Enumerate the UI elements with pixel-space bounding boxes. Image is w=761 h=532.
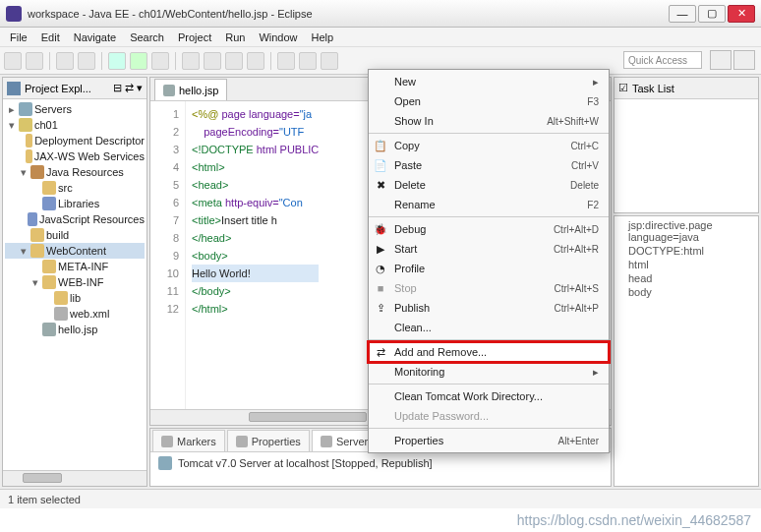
profile-icon: ◔	[373, 261, 388, 276]
menu-item-copy[interactable]: 📋CopyCtrl+C	[369, 136, 609, 155]
menu-search[interactable]: Search	[124, 30, 170, 45]
tree-node[interactable]: META-INF	[5, 259, 145, 274]
close-button[interactable]: ✕	[728, 5, 755, 23]
toolbar-button[interactable]	[4, 52, 22, 70]
menu-item-publish[interactable]: ⇪PublishCtrl+Alt+P	[369, 298, 609, 318]
addremove-icon: ⇄	[373, 344, 388, 360]
toolbar-button[interactable]	[182, 52, 200, 70]
titlebar: workspace - Java EE - ch01/WebContent/he…	[0, 0, 761, 28]
link-editor-icon[interactable]: ⇄	[125, 82, 134, 94]
toolbar-button[interactable]	[56, 52, 74, 70]
tree-node[interactable]: ▸Servers	[5, 101, 145, 117]
maximize-button[interactable]: ▢	[698, 5, 726, 23]
menu-item-show-in[interactable]: Show InAlt+Shift+W	[369, 111, 609, 131]
menu-item-open[interactable]: OpenF3	[369, 91, 609, 111]
stop-icon: ■	[373, 280, 388, 296]
debug-button[interactable]	[108, 52, 126, 70]
menu-navigate[interactable]: Navigate	[68, 30, 122, 45]
perspective-button[interactable]	[733, 50, 755, 70]
toolbar-button[interactable]	[277, 52, 295, 70]
menu-item-delete[interactable]: ✖DeleteDelete	[369, 175, 609, 195]
task-list-icon: ☑	[618, 82, 628, 94]
outline-item[interactable]: head	[618, 271, 754, 285]
minimize-button[interactable]: —	[669, 5, 696, 23]
run-icon: ▶	[373, 241, 388, 257]
tree-node[interactable]: ▾WebContent	[5, 243, 145, 259]
tree-node[interactable]: build	[5, 227, 145, 243]
menu-item-rename[interactable]: RenameF2	[369, 195, 609, 214]
server-row[interactable]: Tomcat v7.0 Server at localhost [Stopped…	[178, 457, 433, 469]
tree-node[interactable]: lib	[5, 290, 145, 306]
menu-file[interactable]: File	[4, 30, 33, 45]
view-menu-icon[interactable]: ▾	[137, 82, 143, 94]
toolbar-button[interactable]	[204, 52, 221, 70]
menu-item-stop: ■StopCtrl+Alt+S	[369, 278, 609, 298]
collapse-all-icon[interactable]: ⊟	[113, 82, 122, 94]
tree-node[interactable]: JavaScript Resources	[5, 211, 145, 227]
toolbar-button[interactable]	[225, 52, 243, 70]
tree-node[interactable]: src	[5, 180, 145, 196]
menubar: FileEditNavigateSearchProjectRunWindowHe…	[0, 28, 761, 47]
outline-content[interactable]	[615, 99, 758, 103]
menu-help[interactable]: Help	[306, 30, 340, 45]
menu-item-profile[interactable]: ◔Profile	[369, 259, 609, 278]
horizontal-scrollbar[interactable]	[3, 470, 146, 486]
context-menu[interactable]: New▸OpenF3Show InAlt+Shift+W📋CopyCtrl+C📄…	[368, 69, 610, 453]
menu-item-clean-tomcat-work-directory-[interactable]: Clean Tomcat Work Directory...	[369, 386, 609, 406]
outline-item[interactable]: body	[618, 285, 754, 299]
project-explorer-pane: Project Expl... ⊟ ⇄ ▾ ▸Servers▾ch01Deplo…	[2, 77, 147, 487]
bottom-tab-properties[interactable]: Properties	[227, 430, 310, 451]
run-button[interactable]	[130, 52, 147, 70]
toolbar-button[interactable]	[26, 52, 43, 70]
window-title: workspace - Java EE - ch01/WebContent/he…	[28, 8, 669, 20]
outline-item[interactable]: jsp:directive.page language=java	[618, 218, 754, 244]
toolbar-button[interactable]	[247, 52, 264, 70]
tree-node[interactable]: web.xml	[5, 306, 145, 322]
publish-icon: ⇪	[373, 300, 388, 316]
outline-pane: jsp:directive.page language=javaDOCTYPE:…	[614, 215, 759, 487]
tree-node[interactable]: hello.jsp	[5, 322, 145, 337]
toolbar-button[interactable]	[321, 52, 338, 70]
tree-node[interactable]: ▾WEB-INF	[5, 274, 145, 290]
toolbar-button[interactable]	[299, 52, 317, 70]
bottom-tab-markers[interactable]: Markers	[152, 430, 225, 451]
task-list-title: Task List	[632, 83, 674, 94]
menu-item-paste[interactable]: 📄PasteCtrl+V	[369, 155, 609, 175]
menu-item-start[interactable]: ▶StartCtrl+Alt+R	[369, 239, 609, 259]
app-icon	[6, 6, 22, 22]
code-area[interactable]: <%@ page language="ja pageEncoding="UTF<…	[186, 101, 324, 409]
menu-window[interactable]: Window	[253, 30, 303, 45]
outline-item[interactable]: html	[618, 258, 754, 271]
menu-edit[interactable]: Edit	[35, 30, 66, 45]
menu-item-new[interactable]: New▸	[369, 72, 609, 91]
paste-icon: 📄	[373, 157, 388, 173]
tree-node[interactable]: JAX-WS Web Services	[5, 148, 145, 164]
toolbar-button[interactable]	[78, 52, 95, 70]
menu-item-properties[interactable]: PropertiesAlt+Enter	[369, 431, 609, 450]
project-explorer-icon	[7, 82, 21, 95]
status-text: 1 item selected	[8, 494, 81, 505]
line-gutter: 123456789101112	[150, 101, 186, 409]
quick-access-input[interactable]: Quick Access	[623, 51, 702, 69]
status-bar: 1 item selected	[0, 489, 761, 508]
task-list-pane: ☑ Task List	[614, 77, 759, 213]
menu-project[interactable]: Project	[172, 30, 217, 45]
outline-item[interactable]: DOCTYPE:html	[618, 244, 754, 258]
editor-tab[interactable]: hello.jsp	[154, 79, 227, 100]
menu-run[interactable]: Run	[219, 30, 251, 45]
tree-node[interactable]: ▾ch01	[5, 117, 145, 133]
menu-item-clean-[interactable]: Clean...	[369, 318, 609, 337]
menu-item-add-and-remove-[interactable]: ⇄Add and Remove...	[369, 342, 609, 362]
delete-icon: ✖	[373, 177, 388, 193]
tree-node[interactable]: ▾Java Resources	[5, 164, 145, 180]
project-tree[interactable]: ▸Servers▾ch01Deployment DescriptorJAX-WS…	[3, 99, 146, 470]
copy-icon: 📋	[373, 138, 388, 153]
tree-node[interactable]: Deployment Descriptor	[5, 133, 145, 148]
perspective-button[interactable]	[710, 50, 732, 70]
server-icon	[158, 456, 172, 470]
project-explorer-title: Project Expl...	[25, 83, 91, 94]
toolbar-button[interactable]	[151, 52, 169, 70]
menu-item-monitoring[interactable]: Monitoring▸	[369, 362, 609, 382]
menu-item-debug[interactable]: 🐞DebugCtrl+Alt+D	[369, 219, 609, 239]
tree-node[interactable]: Libraries	[5, 196, 145, 211]
